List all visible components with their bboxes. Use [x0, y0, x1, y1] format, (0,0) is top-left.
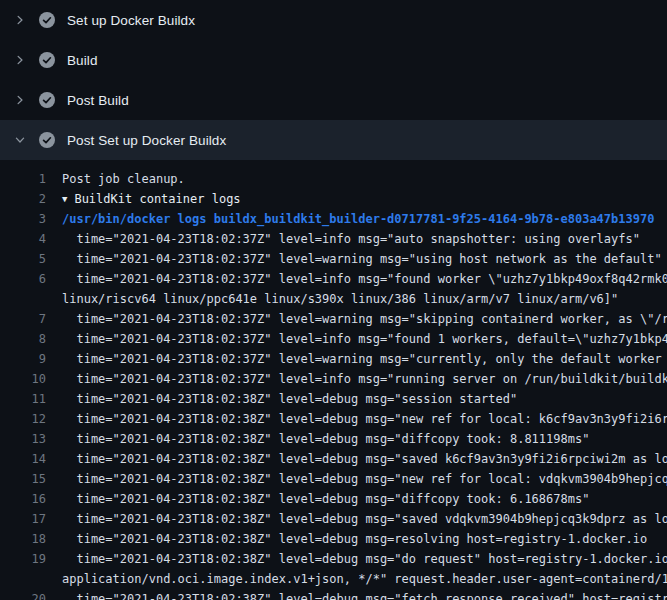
line-content: time="2021-04-23T18:02:37Z" level=info m…: [62, 372, 667, 386]
line-content: time="2021-04-23T18:02:38Z" level=debug …: [62, 532, 647, 546]
line-text: ▼ time="2021-04-23T18:02:37Z" level=info…: [62, 369, 667, 389]
line-content: time="2021-04-23T18:02:38Z" level=debug …: [62, 492, 589, 506]
line-content: application/vnd.oci.image.index.v1+json,…: [62, 572, 667, 586]
line-text: ▼ time="2021-04-23T18:02:37Z" level=info…: [62, 329, 667, 349]
line-number[interactable]: 6: [0, 269, 46, 289]
line-content: time="2021-04-23T18:02:37Z" level=warnin…: [62, 252, 662, 266]
chevron-right-icon[interactable]: [14, 14, 26, 26]
line-number[interactable]: 2: [0, 189, 46, 209]
step-label: Post Build: [67, 93, 129, 108]
log-line: 4 ▼ time="2021-04-23T18:02:37Z" level=in…: [0, 229, 667, 249]
line-number[interactable]: 8: [0, 329, 46, 349]
line-text: ▼ time="2021-04-23T18:02:38Z" level=debu…: [62, 589, 667, 600]
line-text: ▼application/vnd.oci.image.index.v1+json…: [62, 569, 667, 589]
line-text: ▼Post job cleanup.: [62, 169, 185, 189]
log-line: 9 ▼ time="2021-04-23T18:02:37Z" level=wa…: [0, 349, 667, 369]
check-circle-icon: [39, 92, 55, 108]
log-line: 10 ▼ time="2021-04-23T18:02:37Z" level=i…: [0, 369, 667, 389]
step-label: Set up Docker Buildx: [67, 13, 195, 28]
step-label: Post Set up Docker Buildx: [67, 133, 226, 148]
line-text: ▼ time="2021-04-23T18:02:37Z" level=info…: [62, 269, 667, 289]
log-line: 13 ▼ time="2021-04-23T18:02:38Z" level=d…: [0, 429, 667, 449]
line-number[interactable]: 10: [0, 369, 46, 389]
log-line: 14 ▼ time="2021-04-23T18:02:38Z" level=d…: [0, 449, 667, 469]
log-line: 11 ▼ time="2021-04-23T18:02:38Z" level=d…: [0, 389, 667, 409]
line-text: ▼ time="2021-04-23T18:02:38Z" level=debu…: [62, 389, 517, 409]
step-label: Build: [67, 53, 98, 68]
log-group-toggle[interactable]: ▼BuildKit container logs: [62, 189, 241, 209]
log-line: ▼linux/riscv64 linux/ppc641e linux/s390x…: [0, 289, 667, 309]
step-header[interactable]: Post Build: [0, 80, 667, 120]
line-number[interactable]: [0, 289, 46, 309]
chevron-right-icon[interactable]: [14, 94, 26, 106]
line-text: ▼ time="2021-04-23T18:02:38Z" level=debu…: [62, 529, 647, 549]
log-line: 18 ▼ time="2021-04-23T18:02:38Z" level=d…: [0, 529, 667, 549]
log-line: 2 ▼BuildKit container logs: [0, 189, 667, 209]
log-line: 16 ▼ time="2021-04-23T18:02:38Z" level=d…: [0, 489, 667, 509]
line-text: ▼/usr/bin/docker logs buildx_buildkit_bu…: [62, 209, 654, 229]
log-line: 8 ▼ time="2021-04-23T18:02:37Z" level=in…: [0, 329, 667, 349]
line-number[interactable]: 16: [0, 489, 46, 509]
check-circle-icon: [39, 52, 55, 68]
line-number[interactable]: 11: [0, 389, 46, 409]
line-content: time="2021-04-23T18:02:38Z" level=debug …: [62, 592, 667, 600]
line-number[interactable]: 3: [0, 209, 46, 229]
line-content: time="2021-04-23T18:02:37Z" level=warnin…: [62, 312, 667, 326]
disclosure-triangle-icon[interactable]: ▼: [62, 189, 67, 209]
line-content: time="2021-04-23T18:02:37Z" level=info m…: [62, 272, 667, 286]
chevron-down-icon[interactable]: [14, 134, 26, 146]
line-number[interactable]: [0, 569, 46, 589]
line-text: ▼ time="2021-04-23T18:02:37Z" level=warn…: [62, 249, 662, 269]
step-header[interactable]: Set up Docker Buildx: [0, 0, 667, 40]
line-text: ▼ time="2021-04-23T18:02:37Z" level=warn…: [62, 309, 667, 329]
log-line: 15 ▼ time="2021-04-23T18:02:38Z" level=d…: [0, 469, 667, 489]
log-line: 6 ▼ time="2021-04-23T18:02:37Z" level=in…: [0, 269, 667, 289]
line-number[interactable]: 15: [0, 469, 46, 489]
log-lines: 1 ▼Post job cleanup. 2 ▼BuildKit contain…: [0, 160, 667, 600]
line-number[interactable]: 14: [0, 449, 46, 469]
log-line: ▼application/vnd.oci.image.index.v1+json…: [0, 569, 667, 589]
line-content: time="2021-04-23T18:02:38Z" level=debug …: [62, 412, 667, 426]
chevron-right-icon[interactable]: [14, 54, 26, 66]
step-header[interactable]: Post Set up Docker Buildx: [0, 120, 667, 160]
line-text: ▼ time="2021-04-23T18:02:38Z" level=debu…: [62, 549, 667, 569]
line-number[interactable]: 20: [0, 589, 46, 600]
line-number[interactable]: 9: [0, 349, 46, 369]
line-number[interactable]: 4: [0, 229, 46, 249]
line-content: time="2021-04-23T18:02:38Z" level=debug …: [62, 392, 517, 406]
line-number[interactable]: 13: [0, 429, 46, 449]
line-number[interactable]: 7: [0, 309, 46, 329]
line-number[interactable]: 5: [0, 249, 46, 269]
line-text: ▼ time="2021-04-23T18:02:38Z" level=debu…: [62, 489, 589, 509]
line-number[interactable]: 19: [0, 549, 46, 569]
line-number[interactable]: 1: [0, 169, 46, 189]
steps-list: Set up Docker Buildx Build Post Buil: [0, 0, 667, 160]
github-actions-log-view: Set up Docker Buildx Build Post Buil: [0, 0, 667, 600]
line-text: ▼ time="2021-04-23T18:02:38Z" level=debu…: [62, 449, 667, 469]
line-content: time="2021-04-23T18:02:38Z" level=debug …: [62, 452, 667, 466]
line-text: ▼ time="2021-04-23T18:02:38Z" level=debu…: [62, 509, 667, 529]
line-number[interactable]: 12: [0, 409, 46, 429]
line-text: ▼ time="2021-04-23T18:02:38Z" level=debu…: [62, 429, 589, 449]
line-text: ▼linux/riscv64 linux/ppc641e linux/s390x…: [62, 289, 618, 309]
log-line: 12 ▼ time="2021-04-23T18:02:38Z" level=d…: [0, 409, 667, 429]
line-content: /usr/bin/docker logs buildx_buildkit_bui…: [62, 212, 654, 226]
line-number[interactable]: 17: [0, 509, 46, 529]
log-line: 5 ▼ time="2021-04-23T18:02:37Z" level=wa…: [0, 249, 667, 269]
log-line: 3 ▼/usr/bin/docker logs buildx_buildkit_…: [0, 209, 667, 229]
log-line: 19 ▼ time="2021-04-23T18:02:38Z" level=d…: [0, 549, 667, 569]
line-number[interactable]: 18: [0, 529, 46, 549]
step-header[interactable]: Build: [0, 40, 667, 80]
line-text: ▼ time="2021-04-23T18:02:37Z" level=warn…: [62, 349, 667, 369]
line-content: time="2021-04-23T18:02:37Z" level=warnin…: [62, 352, 667, 366]
line-content: time="2021-04-23T18:02:37Z" level=info m…: [62, 232, 640, 246]
log-line: 17 ▼ time="2021-04-23T18:02:38Z" level=d…: [0, 509, 667, 529]
line-content: Post job cleanup.: [62, 172, 185, 186]
log-line: 1 ▼Post job cleanup.: [0, 169, 667, 189]
line-text: ▼ time="2021-04-23T18:02:38Z" level=debu…: [62, 469, 667, 489]
line-content: time="2021-04-23T18:02:38Z" level=debug …: [62, 472, 667, 486]
line-content: time="2021-04-23T18:02:38Z" level=debug …: [62, 512, 667, 526]
line-content: time="2021-04-23T18:02:38Z" level=debug …: [62, 552, 667, 566]
log-line: 20 ▼ time="2021-04-23T18:02:38Z" level=d…: [0, 589, 667, 600]
line-text: ▼ time="2021-04-23T18:02:37Z" level=info…: [62, 229, 640, 249]
